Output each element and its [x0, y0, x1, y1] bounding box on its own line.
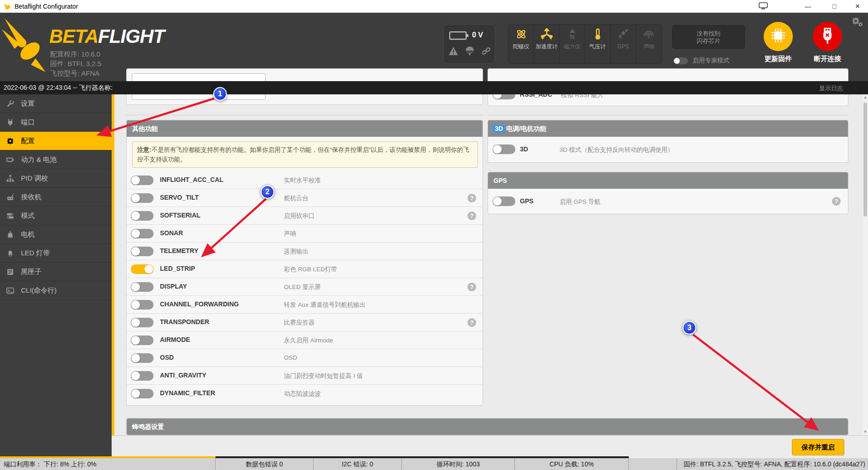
wrench-icon — [6, 100, 15, 107]
sidebar-item-blackbox[interactable]: 黑匣子 — [0, 263, 112, 281]
expert-mode-toggle[interactable] — [673, 57, 688, 64]
feature-row-OSD: OSDOSD — [127, 349, 483, 367]
chip-icon — [770, 28, 786, 45]
feature-row-AIRMODE: AIRMODE永久启用 Airmode — [127, 331, 483, 349]
blackbox-icon — [6, 268, 15, 275]
sensor-gyro: 陀螺仪 — [508, 25, 534, 63]
sidebar-item-config[interactable]: 配置 — [0, 132, 112, 150]
motor-icon — [6, 231, 15, 238]
show-log-link[interactable]: 显示日志 — [819, 84, 843, 93]
save-and-reboot-button[interactable]: 保存并重启 — [792, 439, 844, 455]
feature-row-DYNAMIC_FILTER: DYNAMIC_FILTER动态陷波滤波 — [127, 385, 483, 403]
feature-toggle[interactable] — [131, 371, 154, 381]
feature-list: INFLIGHT_ACC_CAL实时水平校准SERVO_TILT舵机云台?SOF… — [127, 171, 483, 403]
sidebar-item-pid[interactable]: PID 调校 — [0, 169, 112, 188]
feature-desc: 实时水平校准 — [284, 176, 321, 185]
feature-desc: 声呐 — [284, 230, 296, 238]
feature-desc: 舵机云台 — [284, 194, 308, 202]
help-icon[interactable]: ? — [467, 194, 476, 202]
scroll-down-icon[interactable]: ▼ — [863, 429, 868, 435]
feature-name: GPS — [520, 197, 534, 205]
sidebar-item-ports[interactable]: 端口 — [0, 113, 112, 132]
no-flash-chip-button: 没有找到闪存芯片 — [672, 25, 745, 49]
help-icon[interactable]: ? — [467, 212, 476, 220]
maximize-button[interactable]: □ — [824, 0, 845, 13]
status-bar: 固件: BTFL 3.2.5, 飞控型号: AFNA, 配置程序: 10.6.0… — [0, 458, 868, 470]
svg-text:N: N — [570, 33, 574, 40]
scroll-up-icon[interactable]: ▲ — [863, 94, 868, 101]
feature-toggle[interactable] — [131, 229, 154, 238]
step-1-badge: 1 — [213, 87, 227, 101]
status-cell: 数据包错误 0 — [216, 458, 313, 470]
app-bee-icon — [3, 2, 11, 12]
sidebar-item-modes[interactable]: 模式 — [0, 207, 112, 225]
feature-toggle[interactable] — [131, 176, 154, 185]
sidebar-nav: 设置端口配置动力 & 电池PID 调校接收机模式电机LED 灯带黑匣子CLI(命… — [0, 94, 112, 458]
sidebar-item-setup[interactable]: 设置 — [0, 94, 112, 113]
sidebar-item-label: 电机 — [21, 230, 35, 239]
disconnect-label[interactable]: 断开连接 — [802, 55, 853, 63]
modes-icon — [6, 212, 15, 219]
content-scrollbar[interactable]: ▲ ▼ — [863, 94, 868, 435]
help-icon[interactable]: ? — [467, 283, 476, 291]
minimize-button[interactable]: — — [797, 0, 818, 13]
sidebar-item-label: 黑匣子 — [21, 268, 41, 276]
accent-strip — [112, 94, 114, 456]
settings-gear-icon[interactable] — [851, 16, 863, 29]
feature-toggle[interactable] — [131, 211, 154, 221]
feature-toggle[interactable] — [131, 193, 154, 203]
receiver-icon — [6, 193, 15, 201]
feature-toggle[interactable] — [131, 282, 154, 292]
feature-toggle[interactable] — [131, 353, 154, 363]
feature-row-ANTI_GRAVITY: ANTI_GRAVITY油门剧烈变动时短暂提高 I 值 — [127, 367, 483, 385]
sidebar-item-cli[interactable]: CLI(命令行) — [0, 281, 112, 300]
update-firmware-label[interactable]: 更新固件 — [753, 55, 803, 63]
step-3-badge: 3 — [683, 321, 696, 335]
update-firmware-button[interactable] — [764, 22, 793, 51]
help-icon[interactable]: ? — [832, 197, 841, 206]
sensor-gps: GPS — [611, 25, 636, 63]
port-activity-strip — [0, 456, 216, 458]
section-title: 3D电调/电机功能 — [488, 120, 848, 137]
close-button[interactable]: × — [847, 0, 868, 13]
feature-row-SOFTSERIAL: SOFTSERIAL启用软串口? — [127, 207, 483, 225]
led-icon — [6, 249, 15, 257]
note-box: 注意:不是所有飞控都能支持所有的功能。如果你启用了某个功能，但在“保存并控重启”… — [132, 141, 478, 168]
feature-toggle[interactable] — [493, 196, 515, 206]
status-cell: CPU 负载: 10% — [515, 458, 629, 470]
feature-name: DISPLAY — [160, 283, 187, 290]
section-title: GPS — [488, 172, 848, 189]
sidebar-item-receiver[interactable]: 接收机 — [0, 188, 112, 207]
feature-name: TELEMETRY — [160, 247, 198, 254]
feature-toggle[interactable] — [131, 300, 154, 310]
sensor-label: GPS — [611, 44, 636, 50]
log-bar: 2022-06-03 @ 22:43:04 -- 飞行器名称: 显示日志 — [0, 81, 868, 94]
status-cell: I2C 错误: 0 — [313, 458, 402, 470]
feature-toggle[interactable] — [131, 247, 154, 256]
feature-toggle[interactable] — [131, 389, 154, 398]
disconnect-button[interactable] — [813, 22, 842, 51]
sidebar-item-label: LED 灯带 — [21, 249, 50, 258]
mag-icon: N — [560, 28, 585, 42]
feature-desc: 启用 GPS 导航 — [560, 198, 601, 206]
sidebar-item-label: 设置 — [21, 99, 35, 108]
feature-desc: 转发 Aux 通道信号到舵机输出 — [284, 301, 365, 309]
help-icon[interactable]: ? — [467, 318, 476, 327]
feature-toggle[interactable] — [131, 264, 154, 274]
feature-toggle[interactable] — [131, 318, 154, 327]
status-cell: 循环时间: 1003 — [402, 458, 515, 470]
sidebar-item-power[interactable]: 动力 & 电池 — [0, 150, 112, 169]
esc-motor-panel: 3D电调/电机功能 3D 3D 模式（配合支持反向转动的电调使用） — [488, 120, 848, 163]
usb-disconnect-icon — [822, 27, 833, 46]
scrollbar-thumb[interactable] — [863, 103, 867, 217]
status-cell: 端口利用率： 下行: 8% 上行: 0% — [0, 458, 216, 470]
feature-desc: OSD — [284, 354, 297, 361]
feature-toggle[interactable] — [493, 145, 515, 154]
sidebar-item-motors[interactable]: 电机 — [0, 225, 112, 244]
sidebar-item-led[interactable]: LED 灯带 — [0, 244, 112, 263]
feature-row-SERVO_TILT: SERVO_TILT舵机云台? — [127, 189, 483, 207]
feature-toggle[interactable] — [131, 336, 154, 345]
warning-icon — [448, 46, 458, 57]
feature-name: OSD — [160, 354, 174, 361]
feature-name: CHANNEL_FORWARDING — [160, 300, 239, 308]
